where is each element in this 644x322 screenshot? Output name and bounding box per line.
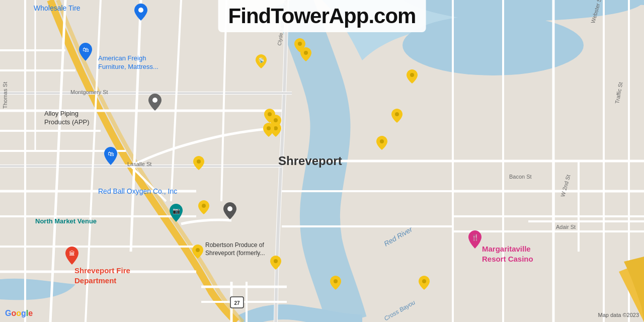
svg-line-20 [171, 0, 181, 201]
wholesale-tire-marker[interactable] [134, 4, 148, 23]
svg-point-53 [334, 279, 338, 283]
fire-dept-marker[interactable]: 🏛 [64, 247, 79, 267]
tower-marker-8[interactable] [193, 156, 204, 172]
tower-marker-11[interactable] [270, 256, 281, 272]
map-container: 27 📡 [0, 0, 644, 322]
svg-point-48 [267, 126, 271, 130]
svg-text:27: 27 [234, 300, 240, 306]
svg-text:🏛: 🏛 [69, 250, 75, 257]
tower-marker-10[interactable] [192, 245, 203, 261]
svg-point-54 [422, 279, 426, 283]
tower-marker-9[interactable] [198, 200, 209, 216]
tower-marker-3[interactable] [300, 47, 311, 63]
svg-point-60 [152, 98, 157, 103]
svg-point-50 [202, 204, 206, 208]
svg-text:📷: 📷 [173, 207, 180, 214]
american-freight-marker[interactable]: 🛍 [78, 43, 93, 63]
svg-text:🛍: 🛍 [83, 46, 89, 53]
margaritaville-marker[interactable]: 🍴 [467, 230, 482, 251]
svg-point-61 [227, 206, 232, 211]
tower-marker-1[interactable]: 📡 [256, 54, 267, 70]
alloy-piping-marker[interactable] [148, 94, 162, 113]
tower-marker-15[interactable] [391, 109, 403, 125]
svg-point-0 [403, 15, 584, 75]
svg-point-49 [197, 159, 201, 164]
svg-point-43 [298, 42, 302, 46]
map-credit: Map data ©2023 [598, 312, 639, 318]
google-logo: Google [5, 309, 33, 318]
svg-text:🛍: 🛍 [108, 150, 114, 157]
tower-marker-13[interactable] [419, 276, 430, 292]
map-svg: 27 [0, 0, 644, 322]
svg-point-46 [274, 118, 278, 122]
tower-marker-7[interactable] [263, 123, 274, 139]
svg-point-47 [274, 126, 278, 130]
tower-marker-14[interactable] [376, 136, 387, 152]
svg-point-51 [196, 248, 200, 252]
svg-point-56 [395, 112, 399, 116]
svg-point-57 [410, 73, 414, 77]
svg-point-55 [380, 139, 384, 143]
svg-text:📡: 📡 [259, 57, 265, 63]
site-header: FindTowerApp.com [218, 0, 426, 32]
svg-point-44 [304, 51, 308, 55]
red-ball-marker[interactable]: 🛍 [103, 147, 118, 167]
site-title[interactable]: FindTowerApp.com [228, 4, 416, 28]
svg-point-52 [274, 259, 278, 263]
tower-marker-12[interactable] [330, 276, 341, 292]
north-market-marker[interactable]: 📷 [169, 204, 184, 224]
svg-text:🍴: 🍴 [471, 233, 479, 241]
tower-marker-16[interactable] [407, 69, 418, 86]
robertson-produce-marker[interactable] [223, 202, 237, 221]
svg-line-19 [131, 0, 141, 252]
svg-line-17 [50, 0, 65, 322]
svg-point-64 [138, 8, 143, 13]
